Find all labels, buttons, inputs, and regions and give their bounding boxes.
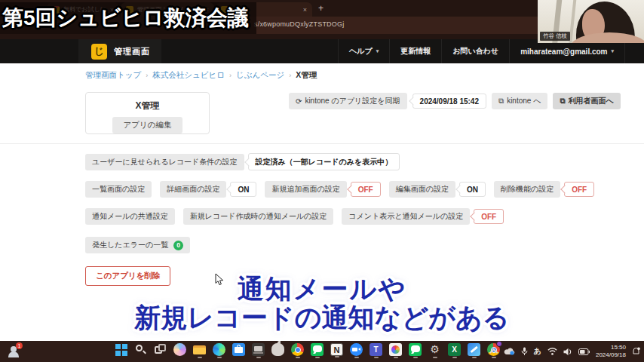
comment-mail-settings-button[interactable]: コメント表示と通知メールの設定 bbox=[342, 208, 470, 225]
create-screen-settings-button[interactable]: 新規追加画面の設定 bbox=[265, 181, 346, 198]
status-chip-off: OFF bbox=[564, 182, 594, 197]
excel-icon[interactable]: X bbox=[448, 343, 461, 356]
system-tray: あ 15:50 2024/09/18 bbox=[492, 341, 640, 362]
subtitle-line-2: 新規レコードの通知などがある bbox=[0, 300, 644, 336]
breadcrumb-separator: › bbox=[146, 72, 148, 79]
line-icon[interactable] bbox=[311, 343, 324, 356]
brand-label: 管理画面 bbox=[114, 46, 150, 57]
copilot-icon[interactable] bbox=[173, 343, 186, 356]
brand-home-link[interactable]: じ 管理画面 bbox=[78, 39, 161, 63]
account-email-label: miharateam@gmail.com bbox=[520, 48, 607, 56]
error-list-button[interactable]: 発生したエラーの一覧 0 bbox=[85, 237, 190, 253]
breadcrumb-link-jibun-page[interactable]: じぶんページ bbox=[236, 70, 284, 81]
taskbar-clock[interactable]: 15:50 2024/09/18 bbox=[596, 344, 626, 359]
status-chip-on: ON bbox=[230, 182, 256, 197]
user-view-link-label: 利用者画面へ bbox=[569, 96, 614, 106]
status-chip-on: ON bbox=[459, 182, 486, 197]
error-list-label: 発生したエラーの一覧 bbox=[92, 240, 168, 250]
breadcrumb-separator: › bbox=[229, 72, 232, 79]
settings-gear-icon[interactable]: ⚙ bbox=[428, 343, 441, 356]
sync-button-label: kintone のアプリ設定を同期 bbox=[305, 96, 400, 106]
delete-function-settings-button[interactable]: 削除機能の設定 bbox=[494, 181, 560, 198]
record-filter-settings-button[interactable]: ユーザーに見せられるレコード条件の設定 bbox=[85, 154, 244, 170]
windows-taskbar: 1 N T ⚙ X bbox=[0, 341, 644, 362]
open-kintone-button[interactable]: ⧉ kintone へ bbox=[492, 93, 547, 109]
line-works-icon[interactable] bbox=[409, 343, 422, 356]
menu-help-label: ヘルプ bbox=[349, 46, 373, 57]
notion-icon[interactable]: N bbox=[330, 343, 343, 356]
chevron-down-icon: ▾ bbox=[612, 48, 615, 54]
last-synced-timestamp: 2024/09/18 15:42 bbox=[412, 94, 486, 109]
list-screen-settings-button[interactable]: 一覧画面の設定 bbox=[85, 181, 152, 198]
zoom-icon[interactable] bbox=[350, 343, 363, 356]
microphone-icon[interactable] bbox=[521, 347, 528, 356]
notification-bell-icon[interactable] bbox=[632, 347, 640, 356]
app-card: X管理 アプリの編集 bbox=[85, 92, 210, 134]
screen-settings-row: 一覧画面の設定 詳細画面の設定 ON 新規追加画面の設定 OFF 編集画面の設定… bbox=[85, 181, 603, 198]
edge-icon[interactable] bbox=[213, 343, 225, 356]
mail-settings-row: 通知メールの共通設定 新規レコード作成時の通知メールの設定 コメント表示と通知メ… bbox=[85, 208, 512, 225]
teams-icon[interactable]: T bbox=[370, 343, 382, 356]
task-view-icon[interactable] bbox=[154, 343, 167, 356]
new-tab-button[interactable]: + bbox=[318, 3, 324, 14]
kintone-link-label: kintone へ bbox=[507, 96, 541, 106]
photos-icon[interactable] bbox=[389, 343, 402, 356]
sync-kintone-settings-button[interactable]: ⟳ kintone のアプリ設定を同期 bbox=[289, 93, 407, 109]
status-chip-off: OFF bbox=[351, 182, 381, 197]
ime-indicator[interactable]: あ bbox=[534, 346, 541, 357]
new-record-mail-settings-button[interactable]: 新規レコード作成時の通知メールの設定 bbox=[183, 208, 334, 225]
open-user-view-button[interactable]: ⧉ 利用者画面へ bbox=[553, 93, 620, 109]
screen: 無料でお試しにお申し × 管理画面｜じぶんページ × × + s/x6wpomu… bbox=[0, 0, 644, 362]
webcam-name-tag: 竹谷 信枝 bbox=[540, 32, 570, 41]
sync-bar: ⟳ kintone のアプリ設定を同期 2024/09/18 15:42 ⧉ k… bbox=[289, 93, 621, 109]
taskbar-icons: N T ⚙ X bbox=[115, 343, 500, 356]
video-title-overlay: 第5回シュビヒロ救済会議 bbox=[0, 2, 256, 34]
volume-icon[interactable] bbox=[563, 348, 572, 356]
chrome-icon[interactable] bbox=[291, 343, 304, 356]
record-filter-status-chip: 設定済み（一部レコードのみを表示中） bbox=[248, 153, 400, 170]
errors-row: 発生したエラーの一覧 0 bbox=[85, 237, 190, 253]
section-divider bbox=[0, 143, 644, 144]
file-explorer-icon[interactable] bbox=[193, 343, 206, 356]
menu-contact-label: お問い合わせ bbox=[452, 46, 498, 57]
search-icon[interactable] bbox=[134, 343, 147, 356]
url-text: s/x6wpomuDQxlyZTSTDOGj bbox=[254, 20, 344, 28]
record-filter-row: ユーザーに見せられるレコード条件の設定 設定済み（一部レコードのみを表示中） bbox=[85, 153, 408, 170]
error-count-badge: 0 bbox=[173, 241, 183, 250]
breadcrumb: 管理画面トップ › 株式会社シュビヒロ › じぶんページ › X管理 bbox=[85, 70, 317, 81]
widget-badge: 1 bbox=[16, 342, 23, 349]
menu-updates-label: 更新情報 bbox=[400, 46, 431, 57]
refresh-icon: ⟳ bbox=[296, 97, 302, 106]
widgets-icon[interactable]: 1 bbox=[7, 345, 20, 358]
menu-updates[interactable]: 更新情報 bbox=[389, 39, 441, 63]
mouse-cursor bbox=[215, 273, 224, 289]
wifi-icon[interactable] bbox=[547, 348, 557, 355]
edit-screen-settings-button[interactable]: 編集画面の設定 bbox=[389, 181, 455, 198]
device-app-icon[interactable] bbox=[252, 343, 265, 356]
app-title: X管理 bbox=[86, 100, 209, 112]
breadcrumb-link-top[interactable]: 管理画面トップ bbox=[85, 70, 141, 81]
menu-help[interactable]: ヘルプ ▾ bbox=[338, 39, 389, 63]
breadcrumb-current: X管理 bbox=[296, 70, 317, 81]
status-chip-off: OFF bbox=[474, 209, 504, 224]
battery-icon[interactable] bbox=[578, 348, 590, 355]
menu-contact[interactable]: お問い合わせ bbox=[441, 39, 509, 63]
external-link-icon: ⧉ bbox=[498, 97, 504, 106]
webcam-overlay: 竹谷 信枝 bbox=[538, 0, 644, 43]
mail-common-settings-button[interactable]: 通知メールの共通設定 bbox=[85, 208, 175, 225]
drawing-app-icon[interactable] bbox=[468, 343, 480, 356]
detail-screen-settings-button[interactable]: 詳細画面の設定 bbox=[160, 181, 226, 198]
breadcrumb-link-company[interactable]: 株式会社シュビヒロ bbox=[152, 70, 225, 81]
edit-app-button[interactable]: アプリの編集 bbox=[112, 117, 183, 133]
tab-close-icon[interactable]: × bbox=[303, 6, 307, 14]
start-icon[interactable] bbox=[115, 343, 127, 356]
apple-icon[interactable] bbox=[271, 343, 284, 356]
jibun-logo-icon: じ bbox=[91, 44, 107, 60]
onedrive-cloud-icon[interactable] bbox=[504, 348, 515, 355]
external-link-icon: ⧉ bbox=[560, 97, 565, 106]
clock-time: 15:50 bbox=[596, 344, 626, 351]
chevron-down-icon: ▾ bbox=[376, 48, 379, 54]
breadcrumb-separator: › bbox=[289, 72, 291, 79]
clock-date: 2024/09/18 bbox=[596, 351, 626, 359]
store-icon[interactable] bbox=[232, 343, 245, 356]
